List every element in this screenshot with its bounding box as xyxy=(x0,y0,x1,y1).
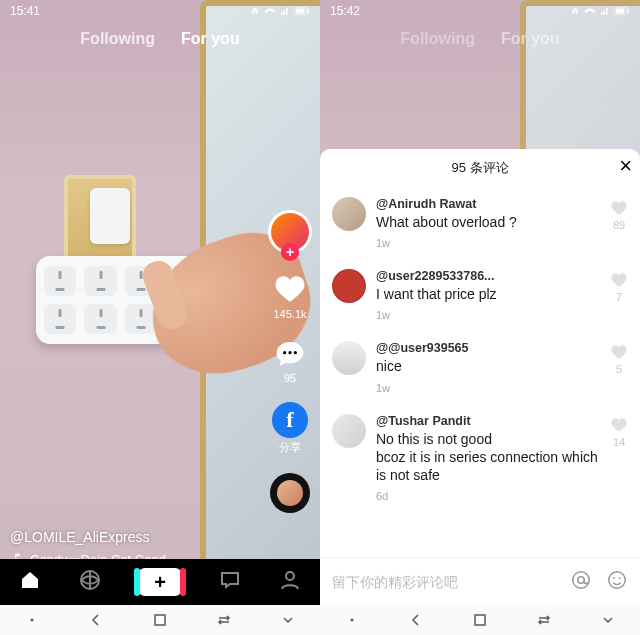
svg-rect-1 xyxy=(284,10,286,15)
like-button[interactable]: 145.1k xyxy=(273,272,307,320)
heart-outline-icon xyxy=(610,343,628,361)
system-nav xyxy=(320,605,640,635)
comment-user[interactable]: @@user939565 xyxy=(376,341,600,355)
sys-back-icon[interactable] xyxy=(408,612,424,628)
comment-input[interactable] xyxy=(332,574,556,590)
sys-down-icon[interactable] xyxy=(280,612,296,628)
comment-text: I want that price plz xyxy=(376,285,600,303)
comment-like-button[interactable]: 14 xyxy=(610,414,628,503)
comment-text: What about overload ? xyxy=(376,213,600,231)
bottom-nav: + xyxy=(0,559,320,605)
comment-icon xyxy=(274,338,306,370)
comment-input-bar xyxy=(320,557,640,605)
svg-point-20 xyxy=(578,576,584,582)
comment-row: @Anirudh Rawat What about overload ? 1w … xyxy=(332,187,628,259)
tab-for-you[interactable]: For you xyxy=(501,30,560,48)
svg-point-22 xyxy=(613,577,615,579)
avatar[interactable] xyxy=(332,197,366,231)
svg-rect-13 xyxy=(601,12,603,15)
heart-outline-icon xyxy=(610,416,628,434)
svg-rect-12 xyxy=(155,615,165,625)
comment-row: @user2289533786... I want that price plz… xyxy=(332,259,628,331)
feed-tabs: Following For you xyxy=(320,30,640,48)
status-bar: 15:41 xyxy=(0,0,320,22)
tab-for-you[interactable]: For you xyxy=(181,30,240,48)
svg-point-10 xyxy=(286,572,294,580)
comments-list[interactable]: @Anirudh Rawat What about overload ? 1w … xyxy=(320,187,640,557)
comment-button[interactable]: 95 xyxy=(274,338,306,384)
share-label: 分享 xyxy=(279,440,301,455)
svg-rect-25 xyxy=(475,615,485,625)
svg-point-21 xyxy=(609,571,626,588)
close-icon[interactable]: × xyxy=(619,155,632,177)
author-avatar[interactable]: + xyxy=(268,210,312,254)
heart-icon xyxy=(273,272,307,306)
comment-time: 1w xyxy=(376,237,600,249)
system-nav xyxy=(0,605,320,635)
follow-plus-icon[interactable]: + xyxy=(281,243,299,261)
mention-icon[interactable] xyxy=(570,569,592,595)
phone-right: 15:42 Following For you 评论区 95 条评论 × xyxy=(320,0,640,635)
feed-tabs: Following For you xyxy=(0,30,320,48)
sys-menu-icon[interactable] xyxy=(344,612,360,628)
svg-point-6 xyxy=(283,351,286,354)
sys-menu-icon[interactable] xyxy=(24,612,40,628)
svg-point-7 xyxy=(288,351,291,354)
comment-row: @@user939565 nice 1w 5 xyxy=(332,331,628,403)
svg-point-23 xyxy=(619,577,621,579)
sys-home-icon[interactable] xyxy=(472,612,488,628)
share-button[interactable]: f 分享 xyxy=(272,402,308,455)
status-time: 15:41 xyxy=(10,4,40,18)
status-bar: 15:42 xyxy=(320,0,640,22)
comment-user[interactable]: @user2289533786... xyxy=(376,269,600,283)
author-caption[interactable]: @LOMILE_AliExpress xyxy=(10,529,149,545)
avatar[interactable] xyxy=(332,341,366,375)
sys-down-icon[interactable] xyxy=(600,612,616,628)
comment-row: @Tushar Pandit No this is not good bcoz … xyxy=(332,404,628,513)
nav-discover-icon[interactable] xyxy=(78,568,102,596)
heart-outline-icon xyxy=(610,199,628,217)
svg-rect-18 xyxy=(628,9,629,13)
status-icons xyxy=(570,6,630,16)
status-time: 15:42 xyxy=(330,4,360,18)
svg-point-8 xyxy=(294,351,297,354)
nav-inbox-icon[interactable] xyxy=(218,568,242,596)
comments-panel: 95 条评论 × @Anirudh Rawat What about overl… xyxy=(320,149,640,605)
comment-text: No this is not good bcoz it is in series… xyxy=(376,430,600,485)
svg-rect-17 xyxy=(616,9,625,14)
sys-recent-icon[interactable] xyxy=(216,612,232,628)
action-rail: + 145.1k 95 f 分享 xyxy=(268,210,312,513)
comment-count: 95 xyxy=(284,372,296,384)
sys-home-icon[interactable] xyxy=(152,612,168,628)
comment-like-button[interactable]: 7 xyxy=(610,269,628,321)
like-count: 145.1k xyxy=(273,308,306,320)
emoji-icon[interactable] xyxy=(606,569,628,595)
comment-user[interactable]: @Anirudh Rawat xyxy=(376,197,600,211)
heart-outline-icon xyxy=(610,271,628,289)
sys-back-icon[interactable] xyxy=(88,612,104,628)
nav-create-button[interactable]: + xyxy=(138,568,182,596)
svg-rect-15 xyxy=(606,8,608,15)
nav-home-icon[interactable] xyxy=(18,568,42,596)
svg-rect-0 xyxy=(281,12,283,15)
avatar[interactable] xyxy=(332,269,366,303)
comments-title: 95 条评论 xyxy=(451,159,508,177)
svg-rect-2 xyxy=(286,8,288,15)
nav-profile-icon[interactable] xyxy=(278,568,302,596)
svg-point-24 xyxy=(351,619,354,622)
sys-recent-icon[interactable] xyxy=(536,612,552,628)
svg-point-11 xyxy=(31,619,34,622)
avatar[interactable] xyxy=(332,414,366,448)
svg-rect-14 xyxy=(604,10,606,15)
comment-like-button[interactable]: 5 xyxy=(610,341,628,393)
comment-time: 1w xyxy=(376,309,600,321)
comment-like-count: 5 xyxy=(616,363,622,375)
comment-user[interactable]: @Tushar Pandit xyxy=(376,414,600,428)
tab-following[interactable]: Following xyxy=(400,30,475,48)
comment-like-button[interactable]: 89 xyxy=(610,197,628,249)
comment-like-count: 7 xyxy=(616,291,622,303)
phone-left: 15:41 Following For you + 145.1k xyxy=(0,0,320,635)
sound-disc[interactable] xyxy=(270,473,310,513)
svg-point-19 xyxy=(573,571,590,588)
tab-following[interactable]: Following xyxy=(80,30,155,48)
